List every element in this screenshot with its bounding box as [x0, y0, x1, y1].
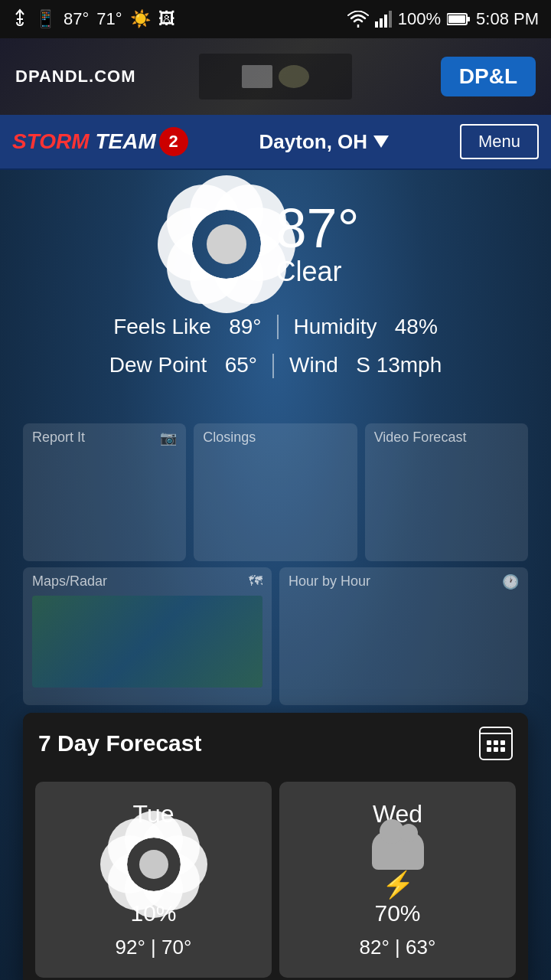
temp-condition-row: 87° Clear [192, 201, 360, 288]
lightning-bolt: ⚡ [382, 871, 414, 897]
forecast-days-container: Tue 10% 92° | 70° Wed ⚡ 70% 82° | 63° [23, 774, 528, 980]
background-cards: Report It 📷 Closings Video Forecast Maps… [0, 423, 551, 705]
clock-icon: 🕐 [502, 573, 519, 590]
forecast-widget[interactable]: 7 Day Forecast Tue 10% 92° | 70° [23, 713, 528, 980]
humidity-label: Humidity [294, 315, 377, 338]
map-thumbnail [32, 596, 262, 688]
day-name-tue: Tue [133, 800, 174, 828]
wind: Wind S 13mph [274, 346, 457, 384]
camera-icon: 📷 [160, 430, 177, 446]
hour-by-hour-label: Hour by Hour [289, 573, 370, 590]
clock: 5:08 PM [476, 9, 539, 29]
usb-icon [12, 8, 28, 30]
bg-card-hour-by-hour: Hour by Hour 🕐 [279, 567, 528, 705]
sun-core [207, 224, 246, 264]
svg-rect-1 [380, 18, 383, 28]
temp-range-tue: 92° | 70° [116, 936, 192, 959]
day-icon-tue [123, 838, 184, 891]
report-it-label: Report It [32, 430, 85, 446]
wifi-icon [347, 11, 369, 28]
maps-radar-content [32, 596, 262, 688]
svg-rect-2 [384, 15, 387, 28]
location-dropdown-icon [373, 136, 389, 148]
battery-indicator: 📱 [35, 9, 56, 29]
precip-pct-tue: 10% [130, 900, 176, 926]
low-temp: 71° [96, 9, 122, 29]
calendar-icon[interactable] [479, 727, 513, 760]
weather-details: Feels Like 89° Humidity 48% Dew Point 65… [94, 308, 458, 385]
feels-like-label: Feels Like [113, 315, 211, 338]
detail-row-2: Dew Point 65° Wind S 13mph [94, 346, 458, 384]
ad-logo-right: DP&L [441, 57, 536, 96]
humidity: Humidity 48% [279, 308, 453, 346]
video-forecast-label: Video Forecast [374, 430, 467, 446]
sun-icon-tue [127, 838, 181, 891]
svg-rect-5 [448, 15, 465, 23]
status-right: 100% 5:08 PM [347, 9, 539, 29]
photo-icon: 🖼 [158, 9, 175, 29]
bg-card-closings: Closings [194, 423, 357, 561]
dew-point-label: Dew Point [109, 353, 207, 377]
svg-rect-3 [389, 11, 392, 28]
wind-label: Wind [289, 353, 338, 377]
day-icon-wed: ⚡ [367, 838, 429, 891]
svg-rect-6 [467, 17, 470, 21]
current-weather-icon [192, 210, 261, 279]
temperature-value: 87° [276, 201, 360, 256]
logo-team-text: TEAM [95, 129, 155, 153]
ad-banner[interactable]: DPANDL.COM DP&L [0, 38, 551, 115]
forecast-day-tue[interactable]: Tue 10% 92° | 70° [35, 782, 272, 978]
condition-text: Clear [276, 256, 342, 288]
closings-label: Closings [203, 430, 256, 446]
bg-card-row-1: Report It 📷 Closings Video Forecast [23, 423, 528, 561]
feels-like: Feels Like 89° [98, 308, 276, 346]
dew-point: Dew Point 65° [94, 346, 272, 384]
app-logo: STORM TEAM 2 [12, 127, 188, 156]
weather-icon-small: ☀️ [130, 9, 151, 29]
forecast-title: 7 Day Forecast [38, 730, 201, 756]
menu-button[interactable]: Menu [460, 124, 539, 159]
current-temp: 87° [64, 9, 89, 29]
battery-pct: 100% [398, 9, 441, 29]
calendar-grid [487, 740, 505, 752]
signal-icon [375, 11, 392, 28]
bg-card-video-forecast: Video Forecast [365, 423, 528, 561]
humidity-value: 48% [395, 315, 438, 338]
forecast-header: 7 Day Forecast [23, 713, 528, 774]
forecast-day-wed[interactable]: Wed ⚡ 70% 82° | 63° [279, 782, 516, 978]
temp-display: 87° Clear [276, 201, 360, 288]
svg-rect-0 [375, 21, 378, 28]
location-text: Dayton, OH [259, 130, 368, 154]
wind-value: S 13mph [356, 353, 442, 377]
battery-icon [447, 12, 470, 26]
feels-like-value: 89° [229, 315, 261, 338]
logo-storm-text: STORM [12, 129, 90, 153]
logo-num-text: 2 [159, 127, 188, 156]
temp-range-wed: 82° | 63° [360, 936, 436, 959]
cloud-body [372, 831, 424, 861]
status-left: 📱 87° 71° ☀️ 🖼 [12, 8, 175, 30]
dew-point-value: 65° [225, 353, 257, 377]
location-display[interactable]: Dayton, OH [259, 130, 390, 154]
header-nav: STORM TEAM 2 Dayton, OH Menu [0, 115, 551, 170]
sun-core-tue [139, 850, 168, 879]
cloud-bottom [372, 861, 424, 870]
bg-card-row-2: Maps/Radar 🗺 Hour by Hour 🕐 [23, 567, 528, 705]
detail-row-1: Feels Like 89° Humidity 48% [94, 308, 458, 346]
status-bar: 📱 87° 71° ☀️ 🖼 100% 5:08 PM [0, 0, 551, 38]
storm-icon-wed: ⚡ [372, 831, 424, 897]
maps-radar-label: Maps/Radar [32, 573, 107, 590]
bg-card-report-it: Report It 📷 [23, 423, 186, 561]
map-icon: 🗺 [249, 573, 262, 590]
bg-card-maps-radar: Maps/Radar 🗺 [23, 567, 272, 705]
precip-pct-wed: 70% [374, 900, 420, 926]
current-weather-section: 87° Clear Feels Like 89° Humidity 48% De… [0, 170, 551, 400]
